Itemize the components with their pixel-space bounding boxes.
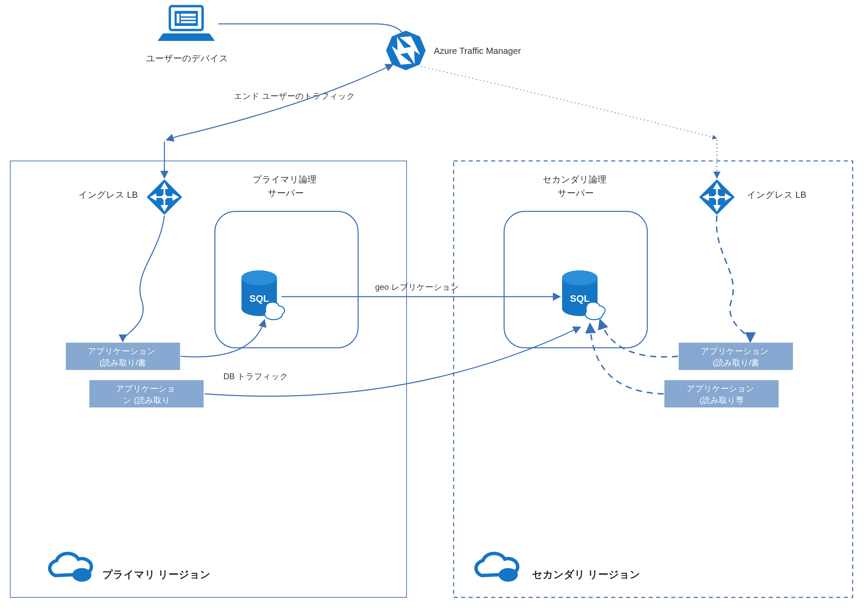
primary-region-cloud-icon [50,554,91,582]
svg-point-42 [499,568,518,582]
secondary-app-ro-box: アプリケーション (読み取り専 [664,380,779,407]
arrow-user-to-tm [218,24,406,44]
arrow-primary-appro-to-secondary-sql [205,327,580,396]
arrow-primary-apprw-to-sql [181,320,264,357]
primary-logical-server-label: プライマリ論理 サーバー [253,174,319,198]
arrow-secondary-apprw-to-sql [600,320,678,357]
primary-logical-server-box [215,211,358,348]
secondary-load-balancer-icon [699,179,735,215]
svg-rect-2 [177,14,180,23]
svg-point-24 [72,568,91,582]
svg-rect-3 [181,14,196,16]
secondary-app-rw-box: アプリケーション (読み取り/書 [679,343,793,370]
geo-replication-label: geo レプリケーション [375,282,459,292]
user-device-icon [158,6,215,41]
primary-sql-db-icon: SQL [242,271,284,320]
secondary-sql-db-icon: SQL [562,271,605,320]
arrow-tm-to-primary [167,65,392,140]
secondary-region-box [454,161,852,597]
primary-region-title: プライマリ リージョン [102,569,211,580]
arrow-secondary-appro-to-sql [590,325,664,394]
svg-rect-4 [181,18,196,20]
secondary-logical-server-label: セカンダリ論理 サーバー [542,174,609,198]
end-user-traffic-label: エンド ユーザーのトラフィック [234,91,355,101]
arrow-primary-lb-to-apps [123,215,164,341]
svg-text:SQL: SQL [249,293,269,304]
primary-app-rw-box: アプリケーション (読み取り/書 [66,343,180,370]
svg-text:SQL: SQL [570,293,590,304]
arrow-tm-to-secondary [421,67,716,138]
traffic-manager-label: Azure Traffic Manager [434,46,521,56]
secondary-region-cloud-icon [476,554,518,582]
primary-ingress-lb-label: イングレス LB [78,190,138,200]
primary-app-ro-box: アプリケーショ ン (読み取り [89,380,204,407]
user-device-label: ユーザーのデバイス [146,53,228,63]
svg-point-26 [562,271,598,285]
primary-region-box [10,161,406,597]
arrow-secondary-lb-to-apps [716,215,750,341]
db-traffic-label: DB トラフィック [223,372,288,381]
svg-point-18 [242,271,277,285]
secondary-ingress-lb-label: イングレス LB [747,190,806,200]
svg-rect-5 [181,21,196,23]
secondary-region-title: セカンダリ リージョン [532,569,640,580]
primary-load-balancer-icon [147,179,182,215]
traffic-manager-icon [386,31,426,70]
